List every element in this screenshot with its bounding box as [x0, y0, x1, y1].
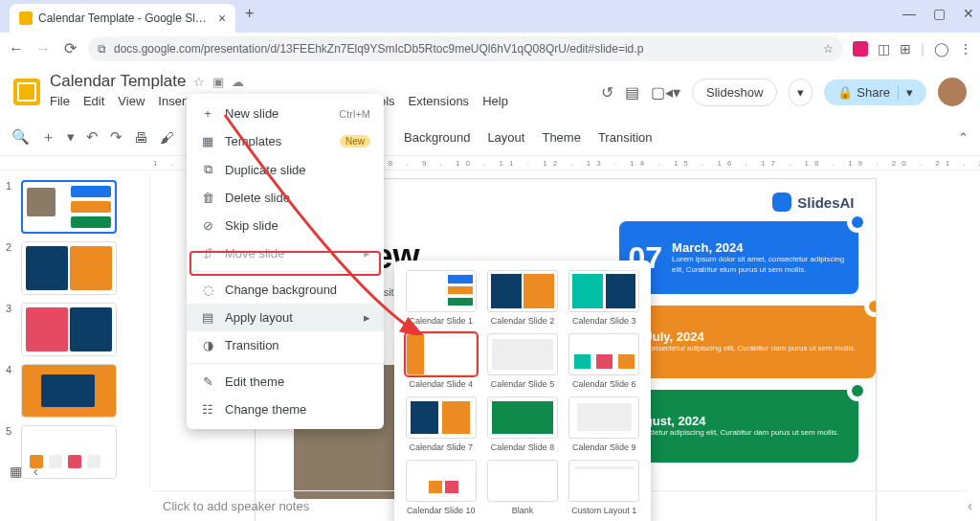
toolbar-layout[interactable]: Layout	[487, 130, 524, 145]
slides-logo-icon[interactable]	[13, 79, 40, 105]
account-avatar[interactable]	[938, 78, 967, 106]
search-menus-icon[interactable]: 🔍	[11, 128, 30, 146]
slide-thumbnail[interactable]	[21, 364, 117, 418]
share-button[interactable]: 🔒 Share ▾	[824, 79, 926, 105]
menu-help[interactable]: Help	[482, 94, 508, 112]
toolbar-background[interactable]: Background	[404, 130, 470, 145]
menu-item-templates[interactable]: ▦TemplatesNew	[187, 127, 384, 155]
redo-icon[interactable]: ↷	[110, 128, 122, 146]
menu-item-icon: ⧉	[200, 162, 215, 177]
history-icon[interactable]: ↺	[601, 83, 613, 102]
grid-view-icon[interactable]: ▦	[10, 464, 22, 479]
app-header: Calendar Template ☆ ▣ ☁ File Edit View I…	[0, 65, 980, 119]
close-window-icon[interactable]: ✕	[963, 6, 974, 21]
layout-option[interactable]: Blank	[485, 460, 559, 515]
menu-item-icon: ⊘	[200, 218, 215, 233]
panel-collapse-icon[interactable]: ‹	[33, 464, 38, 479]
thumb-number: 5	[6, 425, 15, 437]
layout-option[interactable]: Calendar Slide 6	[568, 333, 641, 389]
new-slide-icon[interactable]: ＋	[41, 128, 56, 147]
vertical-ruler	[132, 172, 150, 487]
menu-view[interactable]: View	[118, 94, 145, 112]
extension-icon[interactable]: ◫	[878, 41, 890, 57]
chrome-menu-icon[interactable]: ⋮	[959, 41, 972, 57]
explore-icon[interactable]: ‹	[968, 498, 972, 513]
layout-option[interactable]: Calendar Slide 10	[404, 460, 478, 515]
tab-close-icon[interactable]: ×	[218, 11, 226, 26]
menu-insert[interactable]: Insert	[158, 94, 189, 112]
tab-title: Calendar Template - Google Sl…	[38, 11, 207, 25]
menu-extensions[interactable]: Extensions	[409, 94, 470, 112]
slideshow-dropdown[interactable]: ▾	[789, 79, 813, 106]
menu-item-icon: ▦	[200, 134, 215, 148]
site-settings-icon[interactable]: ⧉	[98, 42, 106, 56]
slide-panel: 1 2 3 4	[0, 172, 132, 487]
doc-title[interactable]: Calendar Template	[50, 72, 186, 91]
layout-option[interactable]: Calendar Slide 1	[404, 270, 478, 326]
menu-item-duplicate-slide[interactable]: ⧉Duplicate slide	[187, 155, 384, 184]
layout-option[interactable]: Calendar Slide 5	[485, 333, 559, 389]
layout-option[interactable]: Calendar Slide 2	[485, 270, 559, 326]
profile-divider: |	[921, 41, 924, 57]
menu-item-edit-theme[interactable]: ✎Edit theme	[187, 368, 384, 396]
layout-option[interactable]: Calendar Slide 4	[404, 333, 478, 389]
reload-icon[interactable]: ⟳	[61, 39, 78, 57]
collapse-toolbar-icon[interactable]: ⌃	[958, 130, 969, 145]
menu-edit[interactable]: Edit	[83, 94, 104, 112]
browser-tab[interactable]: Calendar Template - Google Sl… ×	[10, 4, 235, 33]
menu-item-change-theme[interactable]: ☷Change theme	[187, 396, 384, 423]
layout-option[interactable]: Custom Layout 1	[568, 460, 641, 515]
toolbar-transition[interactable]: Transition	[598, 130, 653, 145]
layout-option[interactable]: Calendar Slide 3	[568, 270, 641, 326]
slideshow-button[interactable]: Slideshow	[692, 79, 777, 106]
slide-brand: SlidesAI	[772, 193, 854, 212]
cloud-status-icon[interactable]: ☁	[232, 75, 244, 89]
menu-file[interactable]: File	[50, 94, 70, 112]
menu-item-icon: ▤	[200, 310, 215, 325]
maximize-icon[interactable]: ▢	[933, 6, 946, 21]
extension-pink-icon[interactable]	[853, 41, 868, 57]
url-field[interactable]: ⧉ docs.google.com/presentation/d/13FEEhk…	[88, 36, 843, 61]
new-tab-button[interactable]: +	[245, 5, 254, 22]
slide-card-1: 07 March, 2024 Lorem ipsum dolor sit ame…	[619, 221, 858, 294]
horizontal-ruler: 1 . 2 . 3 . 4 . 5 . 6 . 7 . 8 . 9 . 10 .…	[0, 155, 980, 170]
layout-option[interactable]: Calendar Slide 7	[404, 396, 478, 452]
paint-format-icon[interactable]: 🖌	[160, 129, 174, 146]
toolbar-theme[interactable]: Theme	[542, 130, 580, 145]
thumb-number: 1	[6, 180, 15, 192]
print-icon[interactable]: 🖶	[134, 129, 148, 146]
menu-item-icon: +	[200, 106, 215, 121]
undo-icon[interactable]: ↶	[86, 128, 99, 146]
thumb-number: 3	[6, 303, 15, 314]
extensions-puzzle-icon[interactable]: ⊞	[900, 41, 911, 57]
back-icon[interactable]: ←	[8, 40, 25, 57]
thumb-number: 2	[6, 241, 15, 253]
menu-item-skip-slide[interactable]: ⊘Skip slide	[187, 212, 384, 239]
url-text: docs.google.com/presentation/d/13FEEhkZn…	[114, 42, 643, 56]
comments-icon[interactable]: ▤	[625, 83, 639, 102]
slide-thumbnail[interactable]	[21, 180, 117, 234]
move-doc-icon[interactable]: ▣	[212, 75, 224, 89]
star-icon[interactable]: ☆	[823, 42, 834, 56]
menu-item-icon: ◑	[200, 338, 215, 352]
menu-item-transition[interactable]: ◑Transition	[187, 331, 384, 359]
star-doc-icon[interactable]: ☆	[193, 75, 205, 89]
menu-item-new-slide[interactable]: +New slideCtrl+M	[187, 100, 384, 127]
meet-icon[interactable]: ▢◂▾	[651, 83, 680, 102]
menu-item-move-slide[interactable]: ⇵Move slide▸	[187, 239, 384, 267]
minimize-icon[interactable]: —	[902, 6, 916, 21]
menu-item-change-background[interactable]: ◌Change background	[187, 276, 384, 304]
menu-item-delete-slide[interactable]: 🗑Delete slide	[187, 184, 384, 212]
profile-icon[interactable]: ◯	[934, 41, 949, 57]
slide-thumbnail[interactable]	[21, 303, 117, 356]
submenu-caret-icon: ▸	[364, 310, 370, 325]
card-badge-icon	[864, 296, 877, 317]
layout-option[interactable]: Calendar Slide 9	[568, 396, 641, 452]
new-slide-with-layout-icon[interactable]: ▾	[67, 128, 75, 146]
forward-icon[interactable]: →	[34, 40, 52, 57]
slide-thumbnail[interactable]	[21, 241, 117, 295]
share-dropdown-icon[interactable]: ▾	[898, 85, 913, 100]
layout-option[interactable]: Calendar Slide 8	[485, 396, 559, 452]
menu-item-apply-layout[interactable]: ▤Apply layout▸	[187, 304, 384, 331]
menu-item-icon: ◌	[200, 283, 215, 297]
